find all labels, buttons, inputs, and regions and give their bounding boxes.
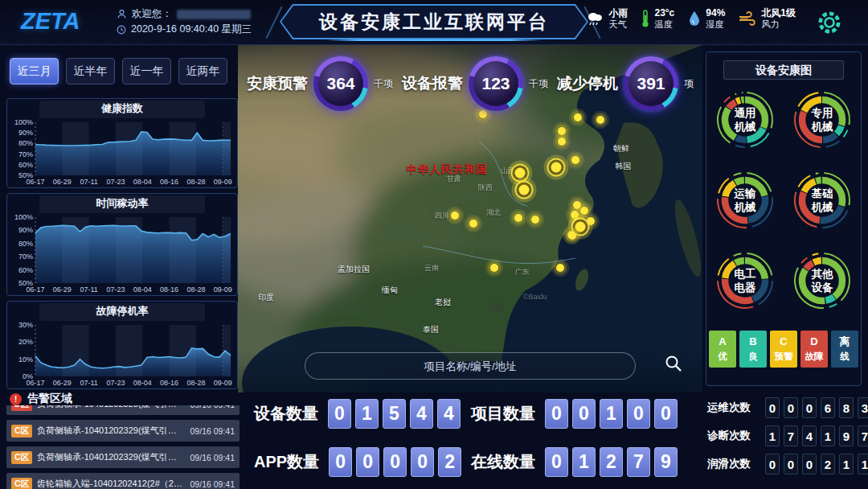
map-marker[interactable] xyxy=(531,216,539,224)
kpi-unit: 千项 xyxy=(374,77,393,91)
svg-text:07-11: 07-11 xyxy=(80,286,97,294)
map-marker[interactable] xyxy=(469,220,477,228)
svg-text:08-28: 08-28 xyxy=(186,178,205,186)
datetime: 2020-9-16 09:40:40 星期三 xyxy=(131,22,252,37)
gauge-other-equipment[interactable]: 其他设备 xyxy=(790,249,854,313)
alert-list[interactable]: D区 负荷侧轴承-10401202329(煤气引风机电... 09/16 09:… xyxy=(6,405,240,489)
alert-text: 齿轮箱输入端-10401202412(2#（2V）... xyxy=(37,478,186,489)
alert-area-title: 告警区域 xyxy=(27,392,72,406)
downtime-rate-chart: 0%10%20%30%06-1706-2907-1107-2308-0408-1… xyxy=(9,321,235,387)
counter-label: 诊断次数 xyxy=(707,429,757,443)
dashboard-root: ZETA 欢迎您： 2020-9-16 09:40:40 星期三 xyxy=(0,0,868,489)
map-marker[interactable] xyxy=(490,264,498,272)
alert-list-item[interactable]: D区 负荷侧轴承-10401202329(煤气引风机电... 09/16 09:… xyxy=(6,405,240,415)
digit-box: 9 xyxy=(839,425,854,446)
stat-label: 设备数量 xyxy=(254,403,318,425)
svg-text:80%: 80% xyxy=(18,139,33,147)
svg-text:06-29: 06-29 xyxy=(53,379,72,387)
svg-text:09-09: 09-09 xyxy=(214,379,232,387)
svg-text:80%: 80% xyxy=(18,240,33,248)
svg-text:10%: 10% xyxy=(18,355,33,364)
map-marker[interactable] xyxy=(451,212,459,220)
kpi-unit: 项 xyxy=(684,77,694,91)
svg-text:07-23: 07-23 xyxy=(106,178,125,186)
map-marker[interactable] xyxy=(573,201,581,209)
map-marker[interactable] xyxy=(479,110,487,118)
gauge-electrical-equipment[interactable]: 电工电器 xyxy=(713,249,777,313)
map-marker[interactable] xyxy=(556,264,564,272)
map-marker[interactable] xyxy=(574,113,582,121)
svg-text:07-23: 07-23 xyxy=(106,286,125,294)
digit-box: 0 xyxy=(329,447,352,477)
map-marker[interactable] xyxy=(519,185,530,195)
time-utilization-chart: 50%60%70%80%90%100%06-1706-2907-1107-230… xyxy=(9,213,235,294)
map-marker[interactable] xyxy=(580,207,588,215)
svg-text:70%: 70% xyxy=(18,253,33,261)
health-grade-legend: A优 B良 C预警 D故障 离线 xyxy=(706,331,861,368)
equipment-health-panel: 设备安康图 通用机械 专用机械 运输机械 基础机械 电工电器 其他设备 A优 B… xyxy=(706,51,862,386)
panel-title: 设备安康图 xyxy=(723,60,844,80)
kpi-ring: 123 xyxy=(469,56,523,111)
digit-box: 3 xyxy=(858,397,868,418)
search-input[interactable] xyxy=(305,352,636,380)
svg-text:07-11: 07-11 xyxy=(80,178,97,186)
svg-text:100%: 100% xyxy=(14,213,33,221)
digit-box: 0 xyxy=(654,399,678,429)
weather-label: 湿度 xyxy=(706,18,725,30)
map-label: 广东 xyxy=(515,267,530,277)
alert-list-item[interactable]: C区 负荷侧轴承-10401202329(煤气引风机电... 09/16 09:… xyxy=(6,420,240,442)
gauge-transport-machinery[interactable]: 运输机械 xyxy=(713,168,777,232)
map-marker[interactable] xyxy=(514,214,522,222)
digit-box: 1 xyxy=(821,425,835,446)
downtime-rate-panel: 故障停机率 0%10%20%30%06-1706-2907-1107-2308-… xyxy=(6,301,238,389)
map-marker[interactable] xyxy=(568,232,576,240)
app-count: APP数量 00002 xyxy=(254,447,461,477)
digit-box: 0 xyxy=(627,399,650,429)
search-icon[interactable] xyxy=(664,354,683,376)
digit-box: 2 xyxy=(600,447,623,477)
map-marker[interactable] xyxy=(575,221,585,232)
map-marker[interactable] xyxy=(558,138,566,146)
gauge-special-machinery[interactable]: 专用机械 xyxy=(790,88,854,152)
filter-button-2years[interactable]: 近两年 xyxy=(178,58,227,84)
map-marker[interactable] xyxy=(514,167,525,178)
map-marker[interactable] xyxy=(558,127,566,135)
alert-list-item[interactable]: C区 负荷侧轴承-10401202329(煤气引风机电... 09/16 09:… xyxy=(6,446,240,468)
page-title: 设备安康工业互联网平台 xyxy=(281,6,587,38)
digit-box: 4 xyxy=(802,425,817,446)
platform-title-frame: 设备安康工业互联网平台 xyxy=(280,4,588,39)
filter-button-3months[interactable]: 近三月 xyxy=(10,58,59,84)
thermometer-icon xyxy=(641,9,650,28)
map-marker[interactable] xyxy=(587,217,595,225)
settings-gear-icon[interactable] xyxy=(817,10,842,39)
counter-digits: 174197 xyxy=(765,425,868,446)
alert-list-item[interactable]: C区 齿轮箱输入端-10401202412(2#（2V）... 09/16 09… xyxy=(6,473,240,489)
svg-text:07-23: 07-23 xyxy=(106,379,125,387)
digit-box: 4 xyxy=(437,399,461,429)
digit-box: 0 xyxy=(545,399,568,429)
kpi-device-alarm: 设备报警 123 千项 xyxy=(402,56,548,111)
map-label: 韩国 xyxy=(615,161,631,172)
map-label: ©Baidu xyxy=(523,293,547,301)
svg-text:06-17: 06-17 xyxy=(26,178,44,186)
digit-box: 0 xyxy=(784,454,798,475)
kpi-value: 123 xyxy=(473,61,518,106)
stat-digits: 00100 xyxy=(545,399,678,429)
weather-item: 23°c 温度 xyxy=(641,7,674,30)
digit-box: 7 xyxy=(784,425,798,446)
alert-time: 09/16 09:41 xyxy=(190,405,235,409)
map-marker[interactable] xyxy=(551,162,561,173)
map-marker[interactable] xyxy=(571,156,579,164)
svg-text:08-16: 08-16 xyxy=(160,178,178,186)
svg-text:20%: 20% xyxy=(18,338,33,346)
filter-button-6months[interactable]: 近半年 xyxy=(66,58,115,84)
user-block: 欢迎您： 2020-9-16 09:40:40 星期三 xyxy=(117,6,252,37)
china-map[interactable]: 中华人民共和国朝鲜韩国孟加拉国缅甸老挝泰国印度甘肃陕西山西四川湖北云南广东©Ba… xyxy=(238,45,702,392)
digit-box: 0 xyxy=(802,454,817,475)
map-marker[interactable] xyxy=(596,116,604,124)
gauge-general-machinery[interactable]: 通用机械 xyxy=(713,88,777,152)
gauge-basic-machinery[interactable]: 基础机械 xyxy=(790,168,854,232)
filter-button-1year[interactable]: 近一年 xyxy=(122,58,171,84)
kpi-ring: 364 xyxy=(313,56,368,111)
project-count: 项目数量 00100 xyxy=(471,399,678,429)
